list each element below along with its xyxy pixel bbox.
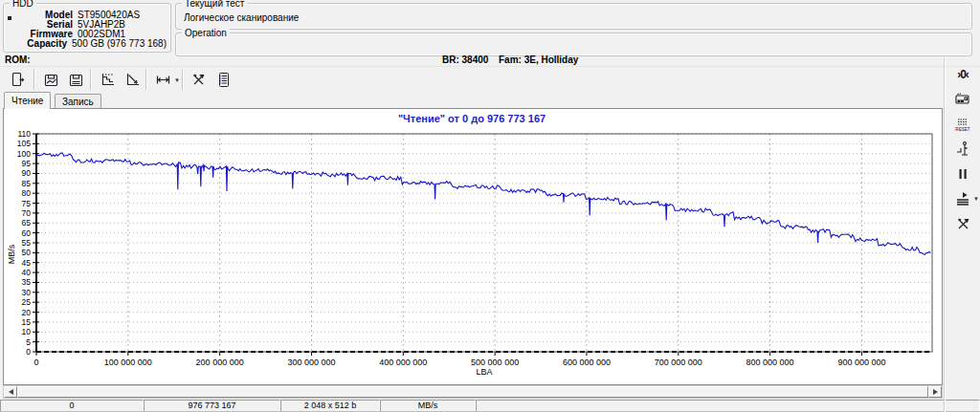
svg-text:500 000 000: 500 000 000 [471,358,519,367]
toolbar-separator [33,69,35,90]
operation-panel: Operation [175,33,972,56]
tools-icon [955,216,971,232]
pause-icon [954,165,971,183]
bus-reset-icon: RESET [954,116,971,133]
svg-text:10: 10 [22,327,32,336]
hdd-panel-title: HDD [10,0,36,9]
graph-line-button[interactable] [120,68,145,92]
svg-text:95: 95 [22,159,32,168]
drive-passport-icon [10,72,26,88]
graph-grid-icon [100,72,116,88]
hdd-row-capacity: Capacity 500 GB (976 773 168) [10,39,167,49]
smart-probe-button[interactable] [951,138,974,161]
svg-text:45: 45 [22,258,32,268]
svg-text:700 000 000: 700 000 000 [655,358,702,367]
svg-text:900 000 000: 900 000 000 [837,358,885,367]
recalibrate-button[interactable]: ›0‹ [951,63,974,86]
scroll-left-icon [9,389,13,395]
rom-label: ROM: [5,54,31,65]
scrollbar-thumb[interactable] [17,386,928,398]
graph-grid-button[interactable] [95,68,120,92]
start-scan-button[interactable] [951,187,974,210]
svg-text:50: 50 [22,248,32,257]
svg-text:40: 40 [22,268,32,277]
svg-text:105: 105 [17,139,31,148]
svg-text:RESET: RESET [955,127,970,132]
save-data-button[interactable] [63,68,88,92]
save-data-icon [68,72,84,88]
svg-text:100: 100 [17,149,31,159]
svg-text:30: 30 [22,288,32,297]
svg-text:55: 55 [22,238,32,248]
read-speed-chart: LBA MB/s 0510152025303540455055606570758… [4,109,940,382]
svg-text:5: 5 [26,337,31,347]
pause-button[interactable] [951,163,974,185]
hdd-panel: HDD Model ST9500420AS Serial 5VJAHP2B Fi… [3,3,171,53]
svg-text:70: 70 [22,208,32,218]
bus-reset-button[interactable]: RESET [951,113,974,136]
svg-text:60: 60 [22,228,32,238]
surface-view-icon [954,91,971,108]
victoria-window: HDD Model ST9500420AS Serial 5VJAHP2B Fi… [0,0,980,412]
start-scan-dropdown-caret[interactable]: ▼ [973,196,979,202]
scan-range-dropdown-caret[interactable]: ▼ [174,77,180,83]
start-scan-icon [954,190,971,207]
capacity-label: Capacity [10,39,67,49]
toolbar-separator [182,69,184,90]
svg-text:20: 20 [22,308,32,317]
toolbar: ▼ [0,66,980,93]
current-test-title: Текущий тест [182,0,247,9]
scroll-right-icon [933,389,938,395]
svg-text:200 000 000: 200 000 000 [196,358,244,367]
capacity-value: 500 GB (976 773 168) [72,39,167,49]
fam-value: Fam: 3E, Holliday [499,54,578,65]
svg-text:400 000 000: 400 000 000 [379,358,427,367]
svg-text:90: 90 [22,168,32,178]
report-button[interactable] [211,68,235,92]
svg-text:0: 0 [33,358,38,367]
toolbar-separator [145,69,147,90]
horizontal-scrollbar [3,385,943,399]
svg-text:100 000 000: 100 000 000 [104,358,152,367]
svg-text:85: 85 [22,179,32,188]
tools-button[interactable] [951,212,974,235]
svg-text:35: 35 [22,277,32,287]
scroll-right-button[interactable] [928,386,942,398]
operation-title: Operation [182,28,230,38]
smart-probe-icon [954,141,971,158]
tab-write[interactable]: Запись [55,94,101,109]
settings-tools-button[interactable] [186,68,211,92]
graph-line-icon [124,72,141,88]
action-sidebar: ›0‹ RESET ▼ [944,57,980,412]
svg-text:300 000 000: 300 000 000 [287,358,335,367]
svg-text:15: 15 [22,317,32,327]
surface-view-button[interactable] [951,88,974,111]
chart-panel: "Чтение" от 0 до 976 773 167 LBA MB/s 05… [3,108,943,385]
svg-text:75: 75 [22,199,32,208]
scan-range-button[interactable] [150,68,175,92]
drive-passport-button[interactable] [5,68,30,92]
current-test-panel: Текущий тест Логическое сканирование [175,3,972,30]
y-axis-label: MB/s [7,244,16,264]
save-graph-icon [43,72,59,88]
svg-text:800 000 000: 800 000 000 [746,358,794,367]
tab-read[interactable]: Чтение [4,92,51,109]
toolbar-separator [90,69,92,90]
save-graph-button[interactable] [38,68,63,92]
svg-text:600 000 000: 600 000 000 [563,358,611,367]
scroll-left-button[interactable] [4,386,17,398]
br-value: BR: 38400 [442,54,488,65]
svg-text:25: 25 [22,297,32,307]
svg-text:80: 80 [22,188,32,198]
scan-range-icon [155,72,171,88]
recalibrate-icon: ›0‹ [957,68,969,81]
x-axis-label: LBA [476,367,492,377]
svg-text:110: 110 [17,129,31,139]
svg-text:65: 65 [22,218,32,228]
current-test-value: Логическое сканирование [184,12,299,23]
settings-tools-icon [190,72,207,88]
svg-text:0: 0 [26,347,31,357]
report-icon [215,72,232,88]
